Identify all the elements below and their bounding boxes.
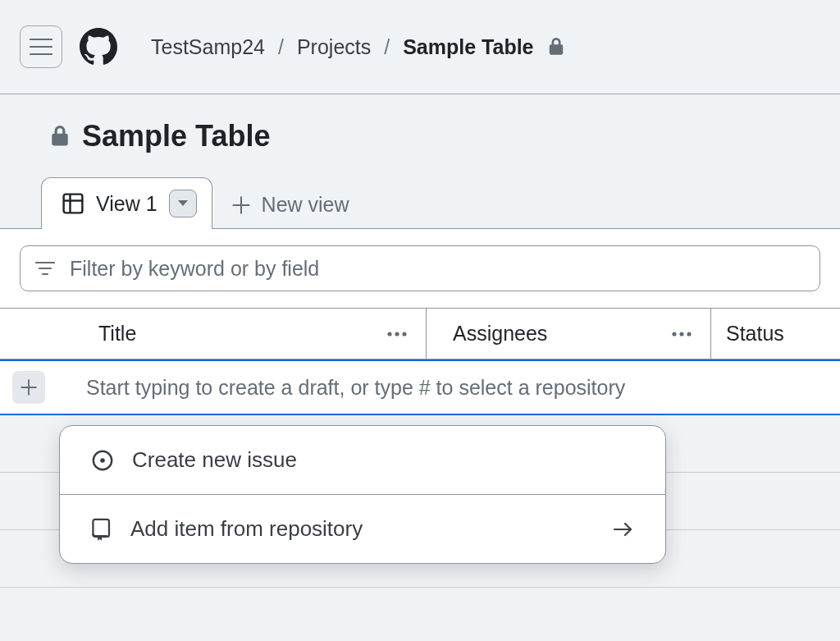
kebab-icon bbox=[671, 331, 692, 337]
lock-icon bbox=[49, 126, 71, 147]
add-item-row bbox=[0, 359, 840, 415]
breadcrumb-project[interactable]: Sample Table bbox=[403, 35, 533, 59]
kebab-icon bbox=[386, 331, 408, 337]
table-row bbox=[0, 588, 840, 641]
breadcrumb-section[interactable]: Projects bbox=[297, 35, 371, 59]
popover-create-issue-label: Create new issue bbox=[132, 447, 297, 473]
breadcrumb: TestSamp24 / Projects / Sample Table bbox=[151, 35, 565, 59]
chevron-down-icon bbox=[177, 199, 189, 208]
column-title-label: Title bbox=[98, 322, 136, 346]
project-title: Sample Table bbox=[82, 119, 270, 153]
filter-icon bbox=[35, 261, 55, 276]
svg-point-12 bbox=[672, 332, 676, 336]
column-status[interactable]: Status bbox=[711, 309, 840, 359]
column-assignees[interactable]: Assignees bbox=[427, 309, 711, 359]
column-assignees-label: Assignees bbox=[453, 322, 547, 346]
column-title[interactable]: Title bbox=[57, 309, 427, 359]
filter-input[interactable] bbox=[70, 257, 805, 281]
plus-icon bbox=[21, 379, 37, 396]
view-tabs: View 1 New view bbox=[0, 162, 840, 229]
table-icon bbox=[62, 192, 84, 215]
lock-icon bbox=[547, 38, 565, 56]
hamburger-menu-button[interactable] bbox=[20, 25, 62, 68]
new-view-label: New view bbox=[262, 193, 349, 217]
svg-point-13 bbox=[679, 332, 683, 336]
svg-point-11 bbox=[402, 332, 406, 336]
svg-rect-3 bbox=[64, 195, 83, 213]
column-assignees-menu[interactable] bbox=[671, 331, 692, 337]
tab-options-button[interactable] bbox=[169, 190, 197, 217]
filter-row bbox=[0, 229, 840, 309]
popover-add-from-repo[interactable]: Add item from repository bbox=[60, 494, 665, 563]
github-logo-icon[interactable] bbox=[79, 27, 118, 66]
svg-point-9 bbox=[387, 332, 391, 336]
repo-icon bbox=[91, 517, 112, 542]
new-view-button[interactable]: New view bbox=[212, 181, 369, 228]
project-title-row: Sample Table bbox=[0, 94, 840, 162]
add-item-popover: Create new issue Add item from repositor… bbox=[59, 425, 666, 564]
plus-icon bbox=[232, 196, 250, 214]
popover-add-from-repo-label: Add item from repository bbox=[130, 516, 363, 542]
filter-box[interactable] bbox=[20, 245, 820, 291]
popover-create-issue[interactable]: Create new issue bbox=[60, 426, 665, 494]
svg-point-16 bbox=[100, 458, 105, 463]
tab-label: View 1 bbox=[96, 192, 158, 216]
tab-view-1[interactable]: View 1 bbox=[41, 177, 212, 229]
app-header: TestSamp24 / Projects / Sample Table bbox=[0, 0, 840, 94]
table-header: Title Assignees Status bbox=[0, 309, 840, 359]
issue-icon bbox=[91, 449, 114, 472]
svg-point-10 bbox=[395, 332, 399, 336]
hamburger-icon bbox=[30, 38, 52, 56]
add-item-input[interactable] bbox=[57, 361, 840, 414]
column-status-label: Status bbox=[726, 322, 784, 346]
svg-point-14 bbox=[687, 332, 691, 336]
add-item-button[interactable] bbox=[12, 371, 45, 404]
breadcrumb-separator: / bbox=[278, 35, 284, 59]
column-title-menu[interactable] bbox=[386, 331, 408, 337]
breadcrumb-separator: / bbox=[384, 35, 390, 59]
arrow-right-icon bbox=[613, 521, 634, 538]
breadcrumb-owner[interactable]: TestSamp24 bbox=[151, 35, 265, 59]
